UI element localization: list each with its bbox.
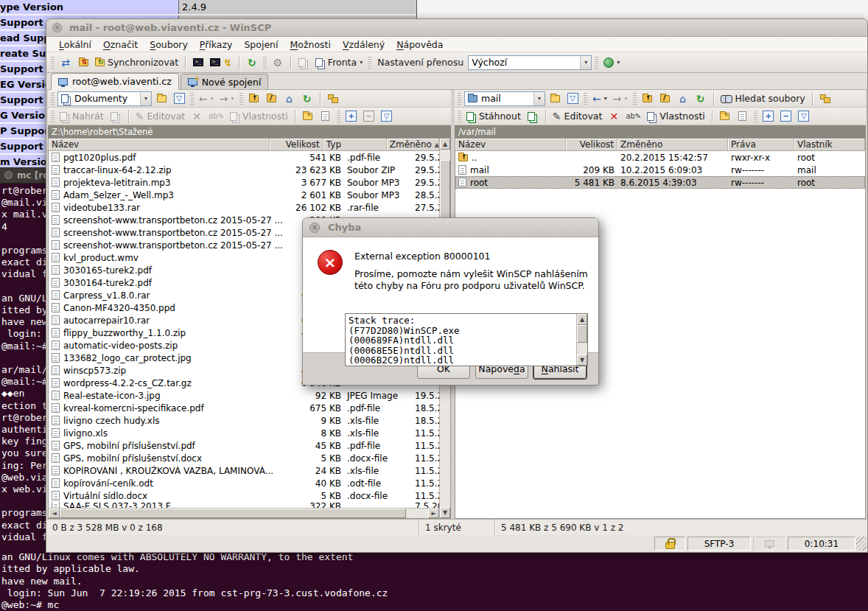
menu-item[interactable]: Spojení: [239, 38, 283, 52]
terminal-window-button[interactable]: [4, 171, 13, 179]
file-row[interactable]: KOPÍROVÁNÍ , KROUŽKOVÁ VAZBA, LAMINOVÁ..…: [49, 464, 439, 477]
file-row[interactable]: projekteva-letitrain.mp3 3 677 KB Soubor…: [49, 176, 439, 189]
toolbar-grip[interactable]: [337, 111, 340, 122]
column-header-type[interactable]: Typ: [323, 139, 387, 150]
scroll-left-button[interactable]: ◄: [49, 509, 60, 518]
upload-button[interactable]: Nahrát: [57, 108, 106, 125]
remote-select-button[interactable]: +: [760, 108, 777, 125]
file-row[interactable]: ↑ .. 20.2.2015 15:42:57 rwxr-xr-x root: [455, 151, 865, 164]
remote-rename-button[interactable]: ab✎: [623, 108, 643, 125]
local-filter-button[interactable]: ▽: [171, 91, 187, 107]
toolbar-grip[interactable]: [51, 93, 55, 105]
file-row[interactable]: ↑ mail 209 KB 10.2.2015 6:09:03 rw------…: [455, 164, 865, 176]
scroll-right-button[interactable]: ►: [428, 509, 439, 518]
toolbar-grip[interactable]: [190, 93, 194, 105]
remote-refresh-button[interactable]: ↻: [693, 91, 709, 107]
local-path-bar[interactable]: Z:\home\robert\Stažené: [48, 125, 451, 139]
remote-unselect-button[interactable]: −: [778, 108, 794, 125]
local-forward-button[interactable]: →▾: [217, 91, 237, 107]
combo-dropdown-button[interactable]: ▾: [140, 92, 151, 105]
file-row[interactable]: Adam_Selzer_-_Well.mp3 2 601 KB Soubor M…: [49, 189, 439, 201]
synchronize-remote-button[interactable]: ⇅: [75, 55, 91, 71]
file-row[interactable]: GPS, mobilní příslušenství.docx 5 KB .do…: [49, 452, 439, 464]
download-button[interactable]: Stáhnout: [464, 108, 523, 125]
scroll-down-button[interactable]: ▼: [440, 507, 450, 518]
stack-trace-scrollbar[interactable]: ▲ ▼: [576, 314, 587, 366]
remote-new-file-button[interactable]: [735, 108, 751, 125]
remote-directory-combo[interactable]: mail ▾: [464, 91, 545, 106]
menu-item[interactable]: Možnosti: [284, 38, 335, 52]
queue-button[interactable]: Fronta ▾: [313, 55, 365, 71]
toolbar-grip[interactable]: [458, 111, 461, 122]
refresh-session-button[interactable]: ↻: [244, 55, 260, 71]
local-unselect-button[interactable]: −: [361, 108, 377, 125]
toolbar-grip[interactable]: [263, 57, 267, 69]
toolbar-grip[interactable]: [368, 57, 371, 69]
file-row[interactable]: GPS, mobilní příslušenství.pdf 45 KB .pd…: [49, 439, 439, 452]
local-horizontal-scrollbar[interactable]: ◄ ►: [49, 508, 439, 518]
scrollbar-thumb[interactable]: [577, 325, 587, 343]
file-row[interactable]: Virtuální sídlo.docx 5 KB .docx-file 11.…: [49, 489, 439, 502]
resize-grip[interactable]: [856, 537, 867, 551]
toolbar-grip[interactable]: [595, 57, 598, 69]
local-back-button[interactable]: ←▾: [197, 91, 216, 107]
remote-root-directory-button[interactable]: /: [657, 91, 673, 107]
file-row[interactable]: SAA-E SLS 037-3 2013 F... 322 KB 7.5.201…: [49, 502, 439, 508]
remote-home-directory-button[interactable]: ⌂: [675, 91, 691, 107]
remote-parent-directory-button[interactable]: ↑: [640, 91, 656, 107]
tab-new-session[interactable]: Nové spojení: [181, 74, 269, 89]
column-header-size[interactable]: Velikost: [566, 139, 617, 150]
local-tree-button[interactable]: [325, 91, 341, 107]
local-new-folder-button[interactable]: ＊: [300, 108, 316, 125]
remote-filter2-button[interactable]: ▽: [796, 108, 812, 125]
connection-cell[interactable]: [753, 537, 785, 551]
protocol-cell[interactable]: SFTP-3: [687, 537, 751, 551]
compare-directories-button[interactable]: ⇄: [57, 55, 74, 71]
remote-tree-button[interactable]: [817, 91, 833, 107]
error-dialog-titlebar[interactable]: × Chyba: [303, 218, 598, 237]
remote-new-folder-button[interactable]: ＊: [717, 108, 733, 125]
toolbar-grip[interactable]: [458, 93, 461, 105]
scroll-up-button[interactable]: ▲: [577, 314, 587, 325]
remote-back-button[interactable]: ←▾: [590, 91, 609, 107]
console-commands-button[interactable]: >_↯: [208, 55, 234, 71]
column-header-name[interactable]: Název: [455, 139, 566, 150]
menu-item[interactable]: Nápověda: [391, 38, 448, 52]
column-header-date[interactable]: Změněno ▲: [387, 139, 439, 150]
local-filter2-button[interactable]: ▽: [379, 108, 395, 125]
local-delete-button[interactable]: ✕: [189, 108, 205, 125]
local-new-file-button[interactable]: [318, 108, 334, 125]
menu-item[interactable]: Příkazy: [195, 38, 238, 52]
remote-open-directory-button[interactable]: [547, 91, 563, 107]
file-row[interactable]: traccar-linux-64-2.12.zip 23 623 KB Soub…: [49, 164, 439, 176]
file-row[interactable]: livigno czech hudy.xls 9 KB .xls-file 18…: [49, 414, 439, 427]
toolbar-grip[interactable]: [239, 93, 243, 105]
scroll-down-button[interactable]: ▼: [577, 355, 587, 366]
local-drive-combo[interactable]: Dokumenty ▾: [57, 91, 152, 106]
local-open-directory-button[interactable]: [153, 91, 169, 107]
menu-item[interactable]: Označit: [98, 38, 143, 52]
scrollbar-thumb[interactable]: [60, 509, 406, 518]
file-row[interactable]: videotube133.rar 26 102 KB .rar-file 27.…: [49, 201, 439, 214]
find-files-button[interactable]: Hledat soubory: [718, 91, 808, 107]
combo-dropdown-button[interactable]: ▾: [580, 56, 591, 69]
preferences-button[interactable]: ⚙: [270, 55, 286, 71]
column-header-name[interactable]: Název: [49, 139, 270, 150]
local-properties-button[interactable]: Vlastnosti: [228, 108, 290, 125]
local-select-button[interactable]: +: [343, 108, 360, 125]
scroll-up-button[interactable]: ▲: [440, 139, 450, 150]
synchronize-button[interactable]: ↻ Synchronizovat: [93, 55, 181, 71]
menu-item[interactable]: Lokální: [54, 38, 97, 52]
local-edit-button[interactable]: ✎ Editovat: [133, 108, 188, 125]
toolbar-grip[interactable]: [633, 93, 637, 105]
remote-delete-button[interactable]: ✕: [606, 108, 622, 125]
local-home-directory-button[interactable]: ⌂: [281, 91, 298, 107]
transfer-settings-combo[interactable]: Výchozí ▾: [468, 55, 592, 70]
menu-item[interactable]: Soubory: [144, 38, 193, 52]
local-parent-directory-button[interactable]: ↑: [246, 91, 262, 107]
remote-properties-button[interactable]: Vlastnosti: [645, 108, 707, 125]
toolbar-grip[interactable]: [51, 57, 55, 69]
local-rename-button[interactable]: ab✎: [206, 108, 226, 125]
synchronize-browsing-button[interactable]: [295, 55, 312, 71]
file-row[interactable]: kopírování-ceník.odt 40 KB .odt-file 11.…: [49, 477, 439, 489]
